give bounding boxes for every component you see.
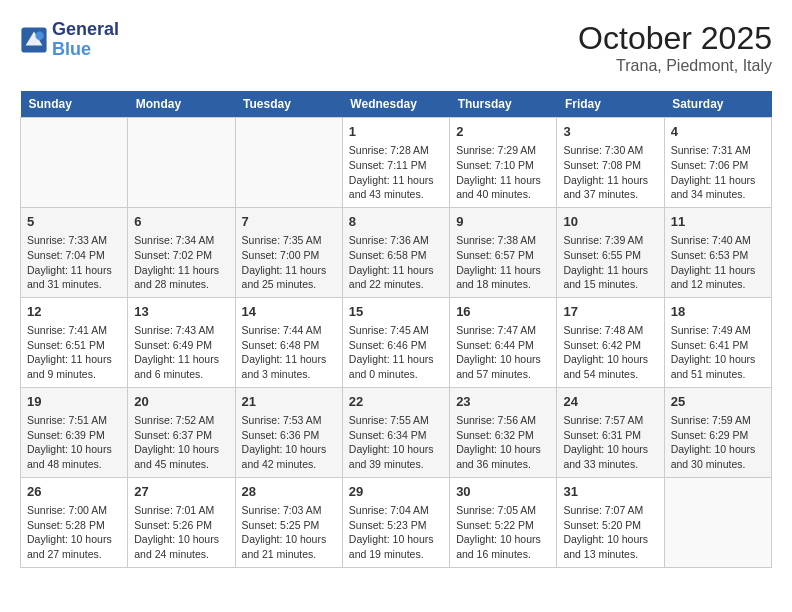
calendar-title: October 2025 xyxy=(578,20,772,57)
calendar-cell xyxy=(21,118,128,208)
day-info: Sunrise: 7:45 AM Sunset: 6:46 PM Dayligh… xyxy=(349,323,443,382)
calendar-header: Sunday Monday Tuesday Wednesday Thursday… xyxy=(21,91,772,118)
calendar-cell: 29Sunrise: 7:04 AM Sunset: 5:23 PM Dayli… xyxy=(342,477,449,567)
header-monday: Monday xyxy=(128,91,235,118)
day-info: Sunrise: 7:33 AM Sunset: 7:04 PM Dayligh… xyxy=(27,233,121,292)
day-number: 13 xyxy=(134,303,228,321)
calendar-cell: 19Sunrise: 7:51 AM Sunset: 6:39 PM Dayli… xyxy=(21,387,128,477)
day-info: Sunrise: 7:40 AM Sunset: 6:53 PM Dayligh… xyxy=(671,233,765,292)
day-number: 25 xyxy=(671,393,765,411)
day-number: 8 xyxy=(349,213,443,231)
day-number: 24 xyxy=(563,393,657,411)
day-info: Sunrise: 7:39 AM Sunset: 6:55 PM Dayligh… xyxy=(563,233,657,292)
day-number: 23 xyxy=(456,393,550,411)
calendar-week-row: 12Sunrise: 7:41 AM Sunset: 6:51 PM Dayli… xyxy=(21,297,772,387)
header-wednesday: Wednesday xyxy=(342,91,449,118)
calendar-cell: 1Sunrise: 7:28 AM Sunset: 7:11 PM Daylig… xyxy=(342,118,449,208)
day-info: Sunrise: 7:31 AM Sunset: 7:06 PM Dayligh… xyxy=(671,143,765,202)
day-info: Sunrise: 7:30 AM Sunset: 7:08 PM Dayligh… xyxy=(563,143,657,202)
day-number: 29 xyxy=(349,483,443,501)
day-info: Sunrise: 7:36 AM Sunset: 6:58 PM Dayligh… xyxy=(349,233,443,292)
calendar-table: Sunday Monday Tuesday Wednesday Thursday… xyxy=(20,91,772,568)
calendar-cell: 31Sunrise: 7:07 AM Sunset: 5:20 PM Dayli… xyxy=(557,477,664,567)
day-number: 31 xyxy=(563,483,657,501)
header-friday: Friday xyxy=(557,91,664,118)
calendar-cell: 11Sunrise: 7:40 AM Sunset: 6:53 PM Dayli… xyxy=(664,207,771,297)
day-number: 28 xyxy=(242,483,336,501)
calendar-body: 1Sunrise: 7:28 AM Sunset: 7:11 PM Daylig… xyxy=(21,118,772,568)
day-number: 14 xyxy=(242,303,336,321)
calendar-cell: 28Sunrise: 7:03 AM Sunset: 5:25 PM Dayli… xyxy=(235,477,342,567)
day-info: Sunrise: 7:57 AM Sunset: 6:31 PM Dayligh… xyxy=(563,413,657,472)
calendar-cell: 6Sunrise: 7:34 AM Sunset: 7:02 PM Daylig… xyxy=(128,207,235,297)
calendar-cell xyxy=(664,477,771,567)
calendar-cell: 4Sunrise: 7:31 AM Sunset: 7:06 PM Daylig… xyxy=(664,118,771,208)
header-tuesday: Tuesday xyxy=(235,91,342,118)
calendar-cell: 30Sunrise: 7:05 AM Sunset: 5:22 PM Dayli… xyxy=(450,477,557,567)
header-thursday: Thursday xyxy=(450,91,557,118)
day-number: 7 xyxy=(242,213,336,231)
day-info: Sunrise: 7:03 AM Sunset: 5:25 PM Dayligh… xyxy=(242,503,336,562)
title-block: October 2025 Trana, Piedmont, Italy xyxy=(578,20,772,75)
day-info: Sunrise: 7:49 AM Sunset: 6:41 PM Dayligh… xyxy=(671,323,765,382)
calendar-cell: 27Sunrise: 7:01 AM Sunset: 5:26 PM Dayli… xyxy=(128,477,235,567)
calendar-cell: 22Sunrise: 7:55 AM Sunset: 6:34 PM Dayli… xyxy=(342,387,449,477)
header-sunday: Sunday xyxy=(21,91,128,118)
weekday-header-row: Sunday Monday Tuesday Wednesday Thursday… xyxy=(21,91,772,118)
day-number: 10 xyxy=(563,213,657,231)
day-info: Sunrise: 7:41 AM Sunset: 6:51 PM Dayligh… xyxy=(27,323,121,382)
day-info: Sunrise: 7:05 AM Sunset: 5:22 PM Dayligh… xyxy=(456,503,550,562)
day-info: Sunrise: 7:53 AM Sunset: 6:36 PM Dayligh… xyxy=(242,413,336,472)
page-header: GeneralBlue October 2025 Trana, Piedmont… xyxy=(20,20,772,75)
day-number: 19 xyxy=(27,393,121,411)
header-saturday: Saturday xyxy=(664,91,771,118)
logo: GeneralBlue xyxy=(20,20,119,60)
calendar-cell: 5Sunrise: 7:33 AM Sunset: 7:04 PM Daylig… xyxy=(21,207,128,297)
calendar-cell: 26Sunrise: 7:00 AM Sunset: 5:28 PM Dayli… xyxy=(21,477,128,567)
calendar-cell: 17Sunrise: 7:48 AM Sunset: 6:42 PM Dayli… xyxy=(557,297,664,387)
day-number: 18 xyxy=(671,303,765,321)
day-number: 11 xyxy=(671,213,765,231)
calendar-cell: 21Sunrise: 7:53 AM Sunset: 6:36 PM Dayli… xyxy=(235,387,342,477)
day-number: 21 xyxy=(242,393,336,411)
calendar-cell: 12Sunrise: 7:41 AM Sunset: 6:51 PM Dayli… xyxy=(21,297,128,387)
day-info: Sunrise: 7:34 AM Sunset: 7:02 PM Dayligh… xyxy=(134,233,228,292)
calendar-cell: 13Sunrise: 7:43 AM Sunset: 6:49 PM Dayli… xyxy=(128,297,235,387)
day-number: 4 xyxy=(671,123,765,141)
day-number: 5 xyxy=(27,213,121,231)
day-number: 16 xyxy=(456,303,550,321)
day-info: Sunrise: 7:56 AM Sunset: 6:32 PM Dayligh… xyxy=(456,413,550,472)
day-number: 26 xyxy=(27,483,121,501)
calendar-week-row: 19Sunrise: 7:51 AM Sunset: 6:39 PM Dayli… xyxy=(21,387,772,477)
calendar-cell: 20Sunrise: 7:52 AM Sunset: 6:37 PM Dayli… xyxy=(128,387,235,477)
day-info: Sunrise: 7:04 AM Sunset: 5:23 PM Dayligh… xyxy=(349,503,443,562)
calendar-week-row: 1Sunrise: 7:28 AM Sunset: 7:11 PM Daylig… xyxy=(21,118,772,208)
calendar-week-row: 26Sunrise: 7:00 AM Sunset: 5:28 PM Dayli… xyxy=(21,477,772,567)
calendar-cell: 14Sunrise: 7:44 AM Sunset: 6:48 PM Dayli… xyxy=(235,297,342,387)
day-info: Sunrise: 7:00 AM Sunset: 5:28 PM Dayligh… xyxy=(27,503,121,562)
calendar-cell xyxy=(128,118,235,208)
calendar-cell: 7Sunrise: 7:35 AM Sunset: 7:00 PM Daylig… xyxy=(235,207,342,297)
day-number: 27 xyxy=(134,483,228,501)
day-info: Sunrise: 7:01 AM Sunset: 5:26 PM Dayligh… xyxy=(134,503,228,562)
day-number: 1 xyxy=(349,123,443,141)
day-info: Sunrise: 7:35 AM Sunset: 7:00 PM Dayligh… xyxy=(242,233,336,292)
day-info: Sunrise: 7:52 AM Sunset: 6:37 PM Dayligh… xyxy=(134,413,228,472)
day-number: 30 xyxy=(456,483,550,501)
day-number: 2 xyxy=(456,123,550,141)
calendar-cell: 3Sunrise: 7:30 AM Sunset: 7:08 PM Daylig… xyxy=(557,118,664,208)
day-number: 9 xyxy=(456,213,550,231)
day-info: Sunrise: 7:07 AM Sunset: 5:20 PM Dayligh… xyxy=(563,503,657,562)
day-number: 15 xyxy=(349,303,443,321)
logo-text: GeneralBlue xyxy=(52,20,119,60)
day-number: 12 xyxy=(27,303,121,321)
day-number: 17 xyxy=(563,303,657,321)
calendar-cell: 23Sunrise: 7:56 AM Sunset: 6:32 PM Dayli… xyxy=(450,387,557,477)
day-info: Sunrise: 7:43 AM Sunset: 6:49 PM Dayligh… xyxy=(134,323,228,382)
calendar-cell: 9Sunrise: 7:38 AM Sunset: 6:57 PM Daylig… xyxy=(450,207,557,297)
svg-point-2 xyxy=(35,31,43,39)
logo-icon xyxy=(20,26,48,54)
calendar-week-row: 5Sunrise: 7:33 AM Sunset: 7:04 PM Daylig… xyxy=(21,207,772,297)
calendar-cell: 2Sunrise: 7:29 AM Sunset: 7:10 PM Daylig… xyxy=(450,118,557,208)
calendar-cell: 10Sunrise: 7:39 AM Sunset: 6:55 PM Dayli… xyxy=(557,207,664,297)
